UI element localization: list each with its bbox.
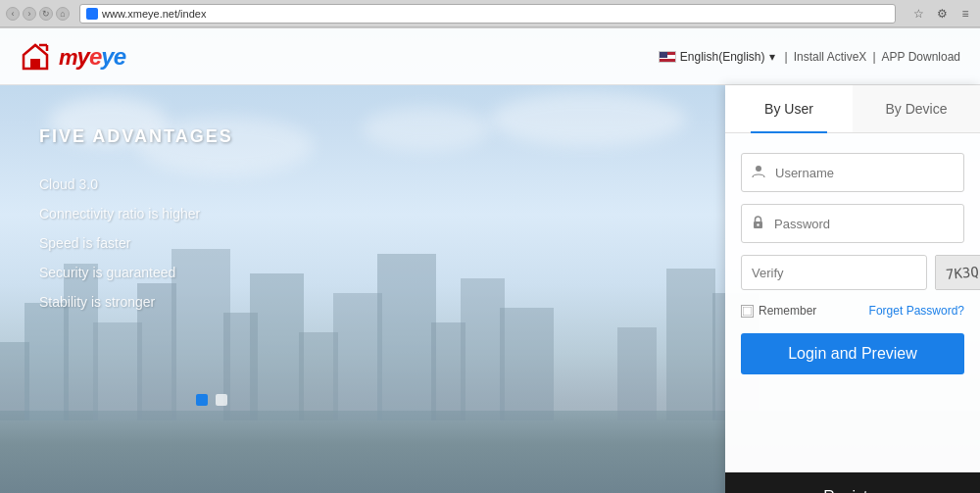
login-button[interactable]: Login and Preview bbox=[741, 333, 964, 374]
header-right: English(English) ▾ | Install ActiveX | A… bbox=[659, 50, 960, 64]
nav-buttons: ‹ › ↻ ⌂ bbox=[6, 7, 70, 21]
app-download-link[interactable]: APP Download bbox=[882, 50, 961, 64]
five-advantages-title: FIVE ADVANTAGES bbox=[39, 126, 233, 147]
flag-icon bbox=[659, 51, 676, 63]
address-bar[interactable]: www.xmeye.net/index bbox=[79, 4, 896, 24]
login-panel: By User By Device bbox=[725, 85, 980, 493]
back-button[interactable]: ‹ bbox=[6, 7, 20, 21]
language-selector[interactable]: English(English) ▾ bbox=[659, 50, 775, 64]
advantage-list: Cloud 3.0 Connectivity ratio is higher S… bbox=[39, 176, 233, 310]
slider-dot-2[interactable] bbox=[216, 394, 227, 406]
building-9 bbox=[299, 332, 338, 420]
home-button[interactable]: ⌂ bbox=[56, 7, 70, 21]
star-icon[interactable]: ☆ bbox=[909, 5, 927, 23]
svg-point-6 bbox=[757, 223, 759, 225]
settings-icon[interactable]: ⚙ bbox=[933, 5, 951, 23]
advantage-item-2: Connectivity ratio is higher bbox=[39, 206, 233, 222]
cloud-4 bbox=[363, 107, 490, 151]
logo-svg bbox=[20, 41, 51, 73]
building-10 bbox=[333, 293, 382, 420]
building-14 bbox=[500, 308, 554, 420]
toolbar-icons: ☆ ⚙ ≡ bbox=[909, 5, 974, 23]
register-footer[interactable]: Register bbox=[725, 472, 980, 493]
favicon bbox=[86, 8, 98, 20]
verify-image[interactable]: 7K3Q bbox=[935, 255, 980, 290]
slider-dots bbox=[196, 394, 227, 406]
advantage-item-5: Stability is stronger bbox=[39, 294, 233, 310]
username-input[interactable] bbox=[775, 154, 963, 191]
header-divider-2: | bbox=[872, 50, 875, 64]
advantage-item-4: Security is guaranteed bbox=[39, 265, 233, 280]
menu-icon[interactable]: ≡ bbox=[956, 5, 974, 23]
username-input-group bbox=[741, 153, 964, 192]
building-4 bbox=[93, 322, 142, 420]
tab-by-user[interactable]: By User bbox=[725, 85, 853, 132]
forward-button[interactable]: › bbox=[23, 7, 36, 21]
register-label: Register bbox=[823, 488, 882, 493]
svg-text:7K3Q: 7K3Q bbox=[945, 264, 979, 282]
svg-point-4 bbox=[756, 166, 761, 172]
address-bar-container: www.xmeye.net/index bbox=[79, 4, 896, 24]
user-icon bbox=[742, 165, 775, 181]
svg-rect-1 bbox=[30, 59, 40, 69]
remember-checkbox-area[interactable]: Remember bbox=[741, 304, 816, 318]
building-8 bbox=[250, 273, 304, 420]
left-content: FIVE ADVANTAGES Cloud 3.0 Connectivity r… bbox=[39, 126, 233, 310]
refresh-button[interactable]: ↻ bbox=[39, 7, 53, 21]
login-tabs: By User By Device bbox=[725, 85, 980, 133]
cloud-3 bbox=[490, 92, 686, 146]
forget-password-link[interactable]: Forget Password? bbox=[869, 304, 964, 318]
install-activex-link[interactable]: Install ActiveX bbox=[794, 50, 867, 64]
logo-text: myeye bbox=[59, 43, 125, 71]
header-links: | Install ActiveX | APP Download bbox=[785, 50, 960, 64]
building-2 bbox=[24, 303, 69, 420]
remember-row: Remember Forget Password? bbox=[741, 304, 964, 318]
page-wrapper: myeye English(English) ▾ | Install Activ… bbox=[0, 28, 980, 493]
slider-dot-1[interactable] bbox=[196, 394, 208, 406]
site-header: myeye English(English) ▾ | Install Activ… bbox=[0, 28, 980, 85]
lock-icon bbox=[742, 215, 774, 232]
advantage-item-3: Speed is faster bbox=[39, 235, 233, 251]
url-text: www.xmeye.net/index bbox=[102, 8, 206, 20]
remember-label: Remember bbox=[759, 304, 816, 318]
login-form: 7K3Q Remember Forget Password? bbox=[725, 133, 980, 472]
dropdown-arrow: ▾ bbox=[769, 50, 775, 64]
building-15 bbox=[666, 269, 715, 420]
remember-checkbox[interactable] bbox=[741, 305, 754, 318]
browser-toolbar: ‹ › ↻ ⌂ www.xmeye.net/index ☆ ⚙ ≡ bbox=[0, 0, 980, 28]
tab-by-device[interactable]: By Device bbox=[853, 85, 980, 132]
verify-row: 7K3Q bbox=[741, 255, 964, 290]
password-input[interactable] bbox=[774, 205, 963, 242]
building-16 bbox=[617, 327, 657, 420]
building-13 bbox=[461, 278, 505, 420]
verify-input[interactable] bbox=[741, 255, 927, 290]
logo-area: myeye bbox=[20, 41, 125, 73]
header-divider-1: | bbox=[785, 50, 788, 64]
svg-rect-9 bbox=[743, 307, 752, 316]
advantage-item-1: Cloud 3.0 bbox=[39, 176, 233, 192]
password-input-group bbox=[741, 204, 964, 243]
logo-icon bbox=[20, 41, 51, 73]
building-11 bbox=[377, 254, 436, 420]
language-label: English(English) bbox=[680, 50, 765, 64]
